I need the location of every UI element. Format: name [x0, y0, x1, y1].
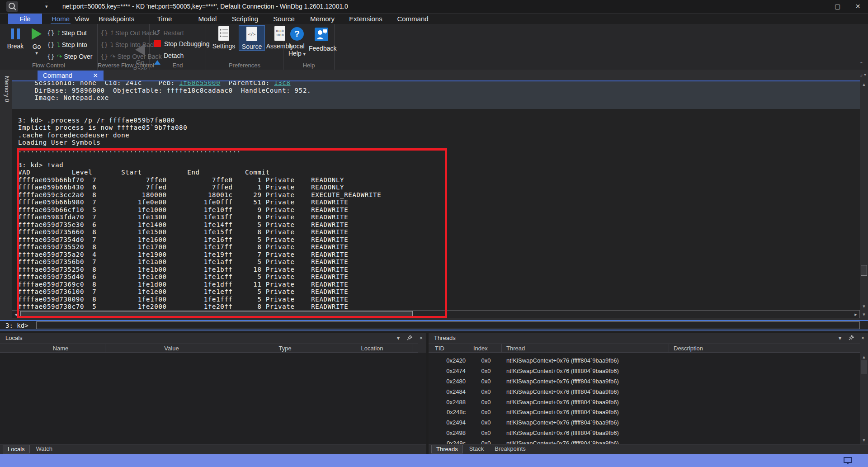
step-over-button[interactable]: {}↷ Step Over: [47, 53, 93, 60]
thread-row[interactable]: 0x24800x0nt!KiSwapContext+0x76 (fffff804…: [429, 376, 860, 387]
detach-button[interactable]: Detach: [154, 52, 184, 60]
tab-home[interactable]: Home: [51, 14, 71, 24]
scroll-down-icon[interactable]: ▾: [860, 303, 868, 309]
thread-row[interactable]: 0x24840x0nt!KiSwapContext+0x76 (fffff804…: [429, 387, 860, 397]
close-button[interactable]: ✕: [848, 0, 868, 13]
locals-panel-title: Locals: [0, 333, 426, 344]
threads-scrollbar[interactable]: ▴ ▾: [860, 353, 868, 444]
locals-pin-icon[interactable]: [407, 335, 412, 342]
source-button[interactable]: </> Source: [239, 25, 265, 51]
thread-row[interactable]: 0x24880x0nt!KiSwapContext+0x76 (fffff804…: [429, 397, 860, 407]
locals-body[interactable]: [0, 353, 426, 444]
stop-debugging-button[interactable]: Stop Debugging: [154, 40, 209, 47]
help-dropdown-chevron-icon[interactable]: ▾: [303, 51, 306, 57]
tab-extensions[interactable]: Extensions: [348, 14, 383, 24]
feedback-button[interactable]: Feedback: [309, 26, 334, 52]
column-type[interactable]: Type: [238, 344, 332, 352]
tab-view[interactable]: View: [72, 14, 92, 24]
column-thread[interactable]: Thread: [502, 344, 669, 352]
command-horizontal-scrollbar[interactable]: ◂ ▸: [12, 310, 860, 318]
thread-row[interactable]: 0x249c0x0nt!KiSwapContext+0x76 (fffff804…: [429, 438, 860, 444]
column-value[interactable]: Value: [105, 344, 238, 352]
locals-close-icon[interactable]: ×: [420, 335, 423, 341]
parent-cid-link[interactable]: 13c8: [274, 80, 291, 86]
command-window-pin-icon[interactable]: ⟓ ▾: [860, 71, 866, 78]
thread-row[interactable]: 0x248c0x0nt!KiSwapContext+0x76 (fffff804…: [429, 407, 860, 417]
scroll-right-icon[interactable]: ▸: [852, 311, 859, 318]
ribbon: Break Go ▾ {}⤴ Step Out {}⤵ Step Into {}…: [0, 24, 868, 70]
tab-watch[interactable]: Watch: [32, 445, 57, 453]
selected-output-block: SessionId: none Cid: 241c Peb: 1f60e5500…: [12, 80, 860, 109]
local-help-button[interactable]: ? LocalHelp ▾: [286, 26, 308, 57]
step-out-back-icon: ⤴: [110, 29, 113, 37]
status-bar: [0, 454, 868, 467]
settings-icon: [217, 25, 231, 42]
column-description[interactable]: Description: [669, 344, 860, 352]
column-index[interactable]: Index: [470, 344, 502, 352]
tab-breakpoints[interactable]: Breakpoints: [99, 14, 134, 24]
tab-model[interactable]: Model: [195, 14, 220, 24]
detach-eject-icon: [154, 53, 160, 60]
tab-file[interactable]: File: [8, 14, 42, 24]
command-window: Memory 0 Command ✕ ⟓ ▾ SessionId: none C…: [0, 70, 868, 331]
column-location[interactable]: Location: [332, 344, 412, 352]
scroll-up-icon[interactable]: ▴: [860, 81, 868, 87]
scroll-left-icon[interactable]: ◂: [12, 311, 19, 318]
command-output-pane[interactable]: SessionId: none Cid: 241c Peb: 1f60e5500…: [12, 80, 860, 310]
minimize-button[interactable]: —: [807, 0, 827, 13]
tab-source[interactable]: Source: [272, 14, 296, 24]
threads-body[interactable]: 0x24200x0nt!KiSwapContext+0x76 (fffff804…: [429, 353, 860, 444]
tab-locals[interactable]: Locals: [3, 445, 30, 453]
go-dropdown-chevron-icon[interactable]: ▾: [28, 50, 45, 56]
group-preferences: Settings </> Source 0110 1010 Assembly P…: [206, 24, 283, 70]
tab-time-travel[interactable]: Time Travel: [148, 14, 181, 24]
step-out-icon: ⤴: [57, 29, 60, 37]
scrollbar-corner-down-icon[interactable]: ▾: [860, 310, 868, 318]
command-tab-close-icon[interactable]: ✕: [93, 71, 98, 80]
step-out-button[interactable]: {}⤴ Step Out: [47, 29, 87, 37]
thread-row[interactable]: 0x24940x0nt!KiSwapContext+0x76 (fffff804…: [429, 417, 860, 428]
quick-access-chevron-icon[interactable]: ▾: [45, 3, 48, 9]
ribbon-collapse-chevron-icon[interactable]: ⌃: [859, 61, 863, 67]
threads-scroll-up-icon[interactable]: ▴: [860, 354, 868, 360]
tab-threads[interactable]: Threads: [431, 445, 463, 453]
threads-tabstrip: Threads Stack Breakpoints: [429, 444, 868, 454]
maximize-button[interactable]: ▢: [827, 0, 848, 13]
tab-stack[interactable]: Stack: [465, 445, 489, 453]
threads-close-icon[interactable]: ×: [861, 335, 864, 341]
thread-row[interactable]: 0x24200x0nt!KiSwapContext+0x76 (fffff804…: [429, 355, 860, 366]
threads-dropdown-chevron-icon[interactable]: ▾: [839, 335, 841, 341]
locals-column-headers: Name Value Type Location: [0, 344, 418, 353]
svg-text:1010: 1010: [276, 33, 284, 37]
command-vertical-scrollbar[interactable]: ▴ ▾: [860, 80, 868, 318]
locals-dropdown-chevron-icon[interactable]: ▾: [397, 335, 400, 341]
column-tid[interactable]: TID: [435, 344, 470, 352]
settings-button[interactable]: Settings: [211, 25, 237, 50]
peb-link[interactable]: 1f60e55000: [179, 80, 220, 86]
threads-scroll-down-icon[interactable]: ▾: [860, 437, 868, 443]
tab-scripting[interactable]: Scripting: [231, 14, 259, 24]
command-input[interactable]: [36, 321, 860, 329]
image-line: Image: Notepad.exe: [18, 94, 860, 102]
thread-row[interactable]: 0x24980x0nt!KiSwapContext+0x76 (fffff804…: [429, 428, 860, 438]
status-monitor-icon[interactable]: [844, 457, 852, 463]
svg-text:</>: </>: [248, 32, 256, 37]
sidebar-tab-memory-0[interactable]: Memory 0: [0, 71, 10, 107]
go-button[interactable]: Go ▾: [28, 26, 45, 56]
step-into-button[interactable]: {}⤵ Step Into: [47, 41, 87, 48]
threads-pin-icon[interactable]: [849, 335, 854, 342]
thread-row[interactable]: 0x24740x0nt!KiSwapContext+0x76 (fffff804…: [429, 366, 860, 376]
debugger-prompt-row: 3: kd>: [0, 320, 868, 330]
vertical-scroll-thumb[interactable]: [861, 265, 867, 276]
step-into-back-button: {}⤵ Step Into Back: [100, 41, 156, 48]
tab-command-window[interactable]: Command ✕: [38, 71, 104, 80]
tab-command[interactable]: Command: [397, 14, 429, 24]
break-pause-icon: [9, 28, 21, 41]
column-name[interactable]: Name: [16, 344, 105, 352]
tab-breakpoints[interactable]: Breakpoints: [490, 445, 530, 453]
threads-scroll-thumb[interactable]: [861, 360, 867, 374]
tab-memory[interactable]: Memory: [309, 14, 335, 24]
horizontal-scroll-thumb[interactable]: [20, 311, 413, 317]
threads-rows: 0x24200x0nt!KiSwapContext+0x76 (fffff804…: [429, 353, 860, 444]
break-button[interactable]: Break: [4, 26, 27, 50]
